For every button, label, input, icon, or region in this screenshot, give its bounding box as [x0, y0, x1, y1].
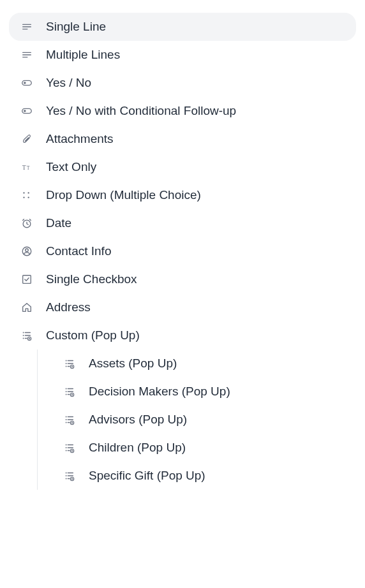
menu-item-label: Single Checkbox	[46, 272, 137, 286]
list-plus-icon	[63, 385, 76, 398]
text-type-icon	[20, 161, 33, 173]
menu-item-multiple-lines[interactable]: Multiple Lines	[9, 41, 356, 69]
sub-item-label: Assets (Pop Up)	[89, 356, 177, 371]
sub-item-label: Decision Makers (Pop Up)	[89, 385, 230, 399]
menu-item-label: Yes / No	[46, 76, 91, 90]
grid-dots-icon	[20, 189, 33, 202]
list-plus-icon	[63, 441, 76, 454]
menu-item-text-only[interactable]: Text Only	[9, 153, 356, 181]
sub-item-label: Children (Pop Up)	[89, 441, 186, 455]
sub-item-decision-makers[interactable]: Decision Makers (Pop Up)	[38, 378, 356, 406]
sub-item-label: Advisors (Pop Up)	[89, 413, 187, 427]
menu-item-date[interactable]: Date	[9, 209, 356, 237]
sub-item-label: Specific Gift (Pop Up)	[89, 469, 205, 483]
menu-item-label: Drop Down (Multiple Choice)	[46, 188, 201, 202]
custom-popup-sublist: Assets (Pop Up) Decision Makers (Pop Up)…	[37, 349, 356, 490]
sub-item-advisors[interactable]: Advisors (Pop Up)	[38, 406, 356, 434]
checkbox-icon	[20, 273, 33, 286]
menu-item-attachments[interactable]: Attachments	[9, 125, 356, 153]
list-plus-icon	[63, 469, 76, 482]
menu-item-label: Attachments	[46, 132, 114, 146]
menu-item-label: Custom (Pop Up)	[46, 328, 140, 342]
menu-item-label: Text Only	[46, 160, 96, 174]
menu-item-label: Contact Info	[46, 244, 111, 258]
toggle-icon	[20, 105, 33, 117]
menu-item-single-checkbox[interactable]: Single Checkbox	[9, 265, 356, 293]
list-plus-icon	[63, 413, 76, 426]
menu-item-contact-info[interactable]: Contact Info	[9, 237, 356, 265]
menu-item-label: Address	[46, 300, 91, 314]
sub-item-children[interactable]: Children (Pop Up)	[38, 434, 356, 462]
paperclip-icon	[20, 133, 33, 145]
sub-item-assets[interactable]: Assets (Pop Up)	[38, 349, 356, 378]
field-type-menu: Single Line Multiple Lines Yes / No Yes …	[9, 13, 356, 349]
menu-item-yes-no-conditional[interactable]: Yes / No with Conditional Follow-up	[9, 97, 356, 125]
menu-item-custom-popup[interactable]: Custom (Pop Up)	[9, 321, 356, 349]
text-lines-icon	[20, 48, 33, 61]
menu-item-yes-no[interactable]: Yes / No	[9, 69, 356, 97]
menu-item-label: Date	[46, 216, 71, 230]
menu-item-address[interactable]: Address	[9, 293, 356, 321]
list-plus-icon	[20, 329, 33, 342]
menu-item-label: Multiple Lines	[46, 48, 120, 62]
clock-icon	[20, 217, 33, 230]
menu-item-label: Single Line	[46, 20, 106, 34]
home-icon	[20, 301, 33, 314]
menu-item-label: Yes / No with Conditional Follow-up	[46, 104, 236, 118]
text-line-icon	[20, 20, 33, 33]
menu-item-single-line[interactable]: Single Line	[9, 13, 356, 41]
menu-item-drop-down[interactable]: Drop Down (Multiple Choice)	[9, 181, 356, 209]
user-icon	[20, 245, 33, 258]
toggle-icon	[20, 77, 33, 89]
list-plus-icon	[63, 357, 76, 370]
sub-item-specific-gift[interactable]: Specific Gift (Pop Up)	[38, 462, 356, 490]
